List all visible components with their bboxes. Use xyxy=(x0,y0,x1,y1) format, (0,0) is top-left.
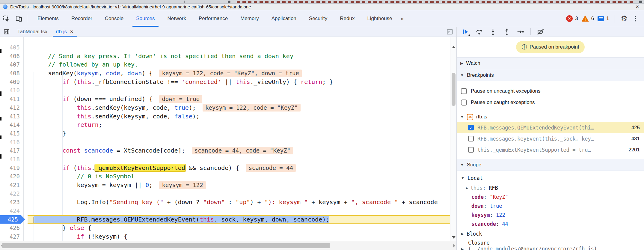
pause-checkbox-row[interactable]: Pause on uncaught exceptions xyxy=(457,85,644,97)
panel-tab-memory[interactable]: Memory xyxy=(235,10,264,27)
scrollbar-thumb[interactable] xyxy=(2,243,330,248)
checkbox[interactable] xyxy=(461,88,467,94)
resume-script-button[interactable] xyxy=(461,28,469,36)
line-number[interactable]: 410 xyxy=(0,86,28,95)
line-number[interactable]: 418 xyxy=(0,155,28,164)
panel-tab-elements[interactable]: Elements xyxy=(32,10,64,27)
warning-icon[interactable]: ! xyxy=(582,15,589,22)
line-number[interactable]: 416 xyxy=(0,138,28,147)
step-into-button[interactable] xyxy=(489,28,497,36)
panel-tab-lighthouse[interactable]: Lighthouse xyxy=(362,10,397,27)
code-line[interactable]: keysym = keysym || 0;keysym = 122 xyxy=(34,181,450,189)
code-line[interactable]: sendKey(keysym, code, down) {keysym = 12… xyxy=(34,69,450,78)
line-number[interactable]: 407 xyxy=(0,60,28,69)
panel-tab-sources[interactable]: Sources xyxy=(131,10,160,27)
scope-var-this[interactable]: ▶this: RFB xyxy=(457,183,644,192)
code-line[interactable]: RFB.messages.QEMUExtendedKeyEvent(this._… xyxy=(28,215,450,224)
show-navigator-icon[interactable] xyxy=(0,27,13,37)
scope-group-block[interactable]: ▶Block xyxy=(457,228,644,239)
device-toolbar-icon[interactable] xyxy=(13,10,25,27)
error-icon[interactable]: ✕ xyxy=(566,15,573,22)
pause-checkbox-row[interactable]: Pause on caught exceptions xyxy=(457,97,644,108)
panel-tab-recorder[interactable]: Recorder xyxy=(66,10,98,27)
editor-horizontal-scrollbar[interactable] xyxy=(0,241,456,250)
panel-tab-network[interactable]: Network xyxy=(162,10,191,27)
window-close-button[interactable]: ✕ xyxy=(634,4,641,10)
code-editor[interactable]: 4054064074084094104114124134144154164174… xyxy=(0,37,456,241)
more-tabs-button[interactable]: » xyxy=(398,10,407,27)
line-number[interactable]: 426 xyxy=(0,224,28,232)
code-line[interactable]: } else { xyxy=(34,224,450,232)
code-line[interactable]: // 0 is NoSymbol xyxy=(34,172,450,181)
step-over-button[interactable] xyxy=(475,28,483,36)
code-line[interactable]: return; xyxy=(34,121,450,129)
code-line[interactable] xyxy=(34,138,450,147)
line-number[interactable]: 409 xyxy=(0,78,28,86)
file-tab-rfb.js[interactable]: rfb.js✕ xyxy=(52,27,78,37)
collapse-right-panel-icon[interactable] xyxy=(443,27,456,37)
breakpoint-item[interactable]: this._qemuExtKeyEventSupported = tru…220… xyxy=(457,144,644,155)
breakpoint-checkbox[interactable]: ✓ xyxy=(468,125,474,130)
scope-section-header[interactable]: ▼ Scope xyxy=(457,159,644,171)
line-number[interactable]: 406 xyxy=(0,52,28,61)
warning-count[interactable]: 6 xyxy=(591,16,594,22)
code-line[interactable]: if (this._qemuExtKeyEventSupported && sc… xyxy=(34,164,450,172)
step-out-button[interactable] xyxy=(503,28,511,36)
message-count[interactable]: 1 xyxy=(606,16,609,22)
scope-group-local[interactable]: ▼Local xyxy=(457,173,644,183)
scroll-right-arrow[interactable] xyxy=(453,244,455,248)
close-tab-icon[interactable]: ✕ xyxy=(70,29,74,34)
panel-tab-security[interactable]: Security xyxy=(304,10,333,27)
line-number[interactable]: 415 xyxy=(0,129,28,138)
scrollbar-thumb[interactable] xyxy=(452,73,456,106)
line-number[interactable]: 427 xyxy=(0,232,28,241)
code-line[interactable]: this.sendKey(keysym, code, true);keysym … xyxy=(34,103,450,112)
line-number[interactable]: 423 xyxy=(0,198,28,207)
line-number[interactable]: 411 xyxy=(0,95,28,103)
breakpoint-checkbox[interactable] xyxy=(468,147,474,153)
code-line[interactable] xyxy=(34,189,450,198)
line-number[interactable]: 420 xyxy=(0,172,28,181)
code-line[interactable]: Log.Info("Sending key (" + (down ? "down… xyxy=(34,198,450,207)
panel-tab-application[interactable]: Application xyxy=(266,10,302,27)
error-count[interactable]: 3 xyxy=(575,16,578,22)
line-number[interactable]: 424 xyxy=(0,207,28,215)
line-number[interactable]: 421 xyxy=(0,181,28,189)
file-tab-TabModal.tsx[interactable]: TabModal.tsx xyxy=(13,27,52,37)
editor-vertical-scrollbar[interactable] xyxy=(450,37,456,241)
line-number[interactable]: 419 xyxy=(0,164,28,172)
scroll-up-arrow[interactable] xyxy=(452,46,456,48)
breakpoint-file-group[interactable]: ▼ <> rfb.js xyxy=(457,112,644,122)
line-number[interactable]: 412 xyxy=(0,103,28,112)
step-button[interactable] xyxy=(517,28,524,36)
line-number[interactable]: 413 xyxy=(0,112,28,121)
code-line[interactable]: // followed by an up key. xyxy=(34,60,450,69)
line-number[interactable]: 417 xyxy=(0,146,28,155)
scope-group-closure[interactable]: ▶Closure(../node_modules/@novnc/novnc/co… xyxy=(457,239,644,250)
execution-line-number[interactable]: 425 xyxy=(0,215,25,224)
code-line[interactable] xyxy=(34,207,450,215)
checkbox[interactable] xyxy=(461,100,467,106)
settings-gear-icon[interactable]: ⚙ xyxy=(619,15,629,22)
code-line[interactable]: // Send a key press. If 'down' is not sp… xyxy=(34,52,450,61)
code-line[interactable]: } xyxy=(34,129,450,138)
breakpoint-item[interactable]: RFB.messages.keyEvent(this._sock, key…43… xyxy=(457,133,644,144)
code-line[interactable]: this.sendKey(keysym, code, false); xyxy=(34,112,450,121)
line-number[interactable]: 414 xyxy=(0,121,28,129)
code-line[interactable]: if (down === undefined) {down = true xyxy=(34,95,450,103)
scroll-down-arrow[interactable] xyxy=(452,236,456,239)
breakpoint-checkbox[interactable] xyxy=(468,136,474,141)
panel-tab-performance[interactable]: Performance xyxy=(193,10,233,27)
code-line[interactable]: if (this._rfbConnectionState !== 'connec… xyxy=(34,78,450,86)
panel-tab-redux[interactable]: Redux xyxy=(334,10,360,27)
line-number[interactable]: 405 xyxy=(0,43,28,52)
code-line[interactable] xyxy=(34,155,450,164)
panel-tab-console[interactable]: Console xyxy=(99,10,129,27)
watch-section-header[interactable]: ▶ Watch xyxy=(457,57,644,69)
breakpoints-section-header[interactable]: ▼ Breakpoints xyxy=(457,69,644,81)
code-line[interactable]: const scancode = XtScancode[code];scanco… xyxy=(34,146,450,155)
deactivate-breakpoints-button[interactable] xyxy=(537,28,545,36)
line-number[interactable]: 408 xyxy=(0,69,28,78)
inspect-element-icon[interactable] xyxy=(0,10,13,27)
line-number[interactable]: 422 xyxy=(0,189,28,198)
